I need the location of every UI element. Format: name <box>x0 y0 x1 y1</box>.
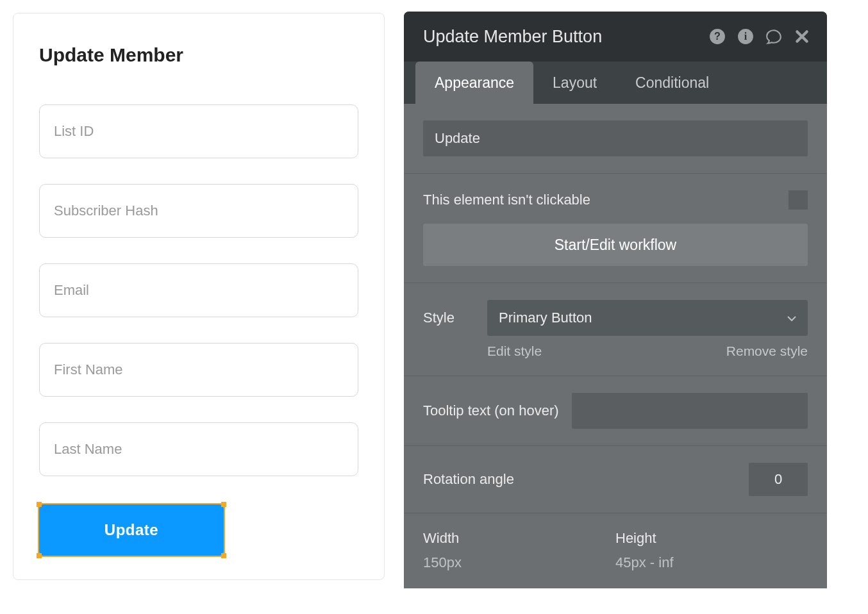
svg-text:?: ? <box>714 30 721 42</box>
tooltip-label: Tooltip text (on hover) <box>423 402 559 419</box>
help-icon[interactable]: ? <box>708 27 727 46</box>
update-button[interactable]: Update <box>39 504 224 556</box>
clickable-section: This element isn't clickable Start/Edit … <box>404 174 827 283</box>
tooltip-input[interactable] <box>572 393 808 429</box>
style-select[interactable]: Primary Button <box>487 300 808 336</box>
tab-conditional[interactable]: Conditional <box>616 62 728 104</box>
chevron-down-icon <box>787 310 796 326</box>
tooltip-section: Tooltip text (on hover) <box>404 376 827 446</box>
width-label: Width <box>423 530 615 547</box>
last-name-input[interactable] <box>39 422 358 476</box>
edit-style-link[interactable]: Edit style <box>487 344 542 359</box>
rotation-section: Rotation angle <box>404 446 827 513</box>
panel-title: Update Member Button <box>423 27 708 47</box>
style-section: Style Primary Button Edit style Remove s… <box>404 283 827 376</box>
first-name-input[interactable] <box>39 343 358 397</box>
panel-header: Update Member Button ? i <box>404 12 827 62</box>
email-input[interactable] <box>39 263 358 317</box>
rotation-label: Rotation angle <box>423 471 749 488</box>
element-name-section <box>404 104 827 174</box>
comment-icon[interactable] <box>764 27 783 46</box>
close-icon[interactable] <box>792 27 812 46</box>
dimensions-section: Width 150px Height 45px - inf <box>404 513 827 588</box>
update-member-card: Update Member Update <box>13 13 385 580</box>
style-label: Style <box>423 310 462 326</box>
height-value: 45px - inf <box>615 554 808 571</box>
list-id-input[interactable] <box>39 104 358 158</box>
card-title: Update Member <box>39 44 358 66</box>
height-label: Height <box>615 530 808 547</box>
element-name-input[interactable] <box>423 120 808 156</box>
style-select-value: Primary Button <box>499 310 592 326</box>
start-edit-workflow-button[interactable]: Start/Edit workflow <box>423 224 808 266</box>
tab-appearance[interactable]: Appearance <box>415 62 533 104</box>
info-icon[interactable]: i <box>736 27 755 46</box>
panel-header-icons: ? i <box>708 27 812 46</box>
svg-text:i: i <box>744 31 747 42</box>
clickable-label: This element isn't clickable <box>423 192 789 208</box>
property-panel: Update Member Button ? i Appearance Layo… <box>404 12 827 588</box>
tab-layout[interactable]: Layout <box>533 62 616 104</box>
remove-style-link[interactable]: Remove style <box>726 344 808 359</box>
update-button-selection: Update <box>39 504 224 556</box>
width-value: 150px <box>423 554 615 571</box>
panel-tabs: Appearance Layout Conditional <box>404 62 827 104</box>
rotation-input[interactable] <box>749 463 808 496</box>
clickable-checkbox[interactable] <box>789 190 808 210</box>
subscriber-hash-input[interactable] <box>39 184 358 238</box>
